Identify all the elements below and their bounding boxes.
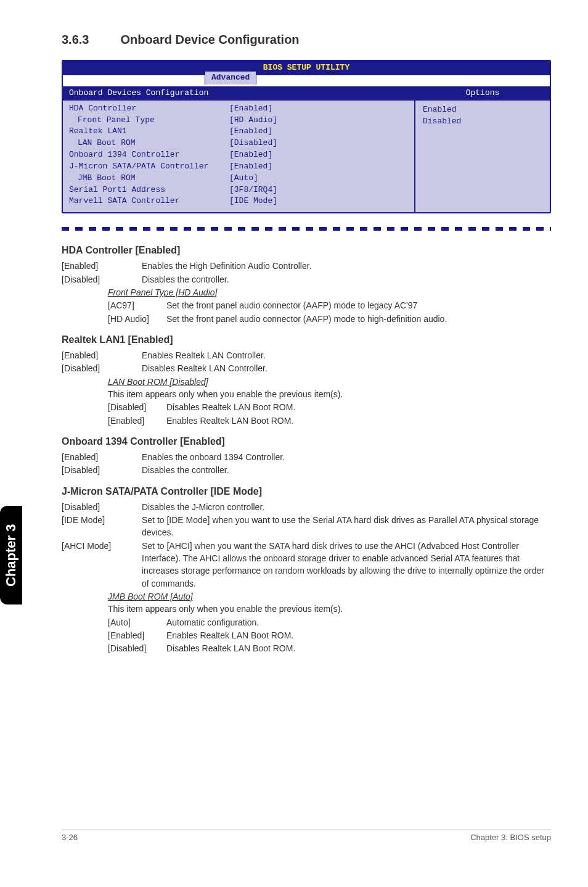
bios-row[interactable]: Marvell SATA Controller[IDE Mode] — [69, 196, 408, 207]
definition-row: [Disabled]Disables the controller. — [62, 464, 551, 476]
definition-row: [HD Audio]Set the front panel audio conn… — [108, 313, 551, 325]
bios-row[interactable]: LAN Boot ROM[Disabled] — [69, 138, 408, 149]
bios-option[interactable]: Enabled — [423, 104, 542, 116]
definition-row: [Disabled]Disables Realtek LAN Boot ROM. — [108, 642, 551, 654]
definition-row: [Disabled]Disables Realtek LAN Controlle… — [62, 362, 551, 374]
bios-row[interactable]: Front Panel Type[HD Audio] — [69, 115, 408, 126]
footer-divider — [62, 830, 551, 830]
bios-option[interactable]: Disabled — [423, 116, 542, 128]
lan-boot-sub-heading: LAN Boot ROM [Disabled] — [108, 376, 551, 388]
definition-row: [Enabled]Enables the High Definition Aud… — [62, 260, 551, 272]
page-number: 3-26 — [62, 832, 78, 844]
lan1-heading: Realtek LAN1 [Enabled] — [62, 332, 551, 347]
bios-row[interactable]: J-Micron SATA/PATA Controller[Enabled] — [69, 161, 408, 173]
definition-row: [Disabled]Disables the controller. — [62, 273, 551, 286]
definition-row: [Enabled]Enables Realtek LAN Boot ROM. — [108, 629, 551, 642]
c1394-heading: Onboard 1394 Controller [Enabled] — [62, 434, 551, 448]
definition-row: [AC97]Set the front panel audio connecto… — [108, 299, 551, 311]
page-footer: 3-26 Chapter 3: BIOS setup — [62, 832, 551, 844]
divider-dashes — [62, 227, 551, 231]
front-panel-sub-heading: Front Panel Type [HD Audio] — [108, 286, 551, 299]
bios-tab-advanced[interactable]: Advanced — [205, 71, 256, 85]
definition-row: [Enabled]Enables Realtek LAN Boot ROM. — [108, 415, 551, 427]
bios-row[interactable]: HDA Controller[Enabled] — [69, 103, 408, 115]
hda-heading: HDA Controller [Enabled] — [62, 243, 551, 257]
definition-row: [Disabled]Disables the J-Micron controll… — [62, 501, 551, 513]
footer-chapter: Chapter 3: BIOS setup — [470, 832, 551, 844]
sub-note: This item appears only when you enable t… — [108, 388, 551, 400]
sub-note: This item appears only when you enable t… — [108, 603, 551, 615]
bios-title: BIOS SETUP UTILITY — [63, 61, 550, 75]
bios-row[interactable]: Onboard 1394 Controller[Enabled] — [69, 149, 408, 161]
definition-row: [IDE Mode]Set to [IDE Mode] when you wan… — [62, 514, 551, 539]
bios-row[interactable]: Serial Port1 Address[3F8/IRQ4] — [69, 184, 408, 196]
bios-panel-title: Onboard Devices Configuration — [63, 86, 414, 101]
section-heading: 3.6.3 Onboard Device Configuration — [62, 31, 551, 49]
section-title: Onboard Device Configuration — [121, 33, 300, 46]
bios-row[interactable]: Realtek LAN1[Enabled] — [69, 126, 408, 138]
definition-row: [Auto]Automatic configuration. — [108, 616, 551, 629]
definition-row: [AHCI Mode]Set to [AHCI] when you want t… — [62, 540, 551, 590]
definition-row: [Disabled]Disables Realtek LAN Boot ROM. — [108, 401, 551, 413]
bios-panel: BIOS SETUP UTILITY Advanced Onboard Devi… — [62, 60, 551, 213]
jmb-boot-sub-heading: JMB Boot ROM [Auto] — [108, 590, 551, 603]
bios-rows: HDA Controller[Enabled] Front Panel Type… — [63, 101, 414, 213]
bios-row[interactable]: JMB Boot ROM[Auto] — [69, 173, 408, 184]
section-number: 3.6.3 — [62, 31, 117, 49]
jmicron-heading: J-Micron SATA/PATA Controller [IDE Mode] — [62, 484, 551, 498]
definition-row: [Enabled]Enables Realtek LAN Controller. — [62, 349, 551, 361]
definition-row: [Enabled]Enables the onboard 1394 Contro… — [62, 451, 551, 463]
bios-options-title: Options — [415, 86, 550, 101]
